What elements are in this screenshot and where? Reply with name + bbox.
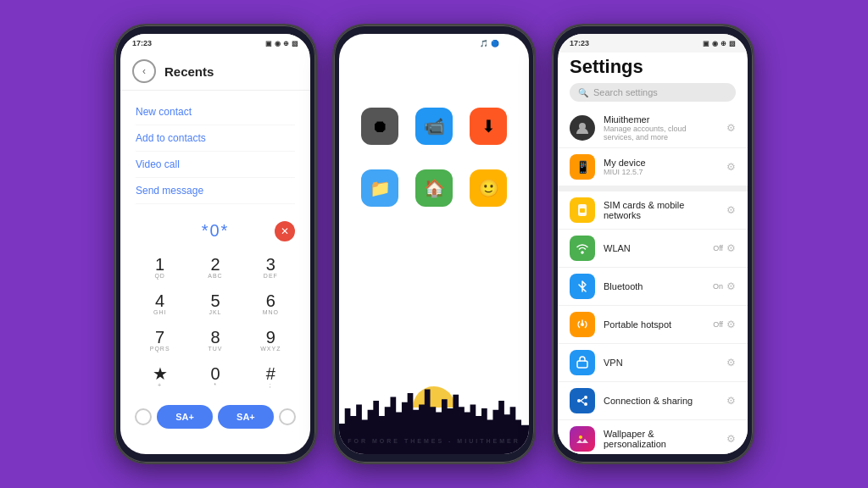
wlan-status: Off	[713, 244, 723, 252]
device-subtitle: MIUI 12.5.7	[604, 168, 718, 176]
status-icons-phone1: ▣◉⊕▧	[265, 40, 298, 47]
svg-point-6	[584, 396, 587, 399]
dial-key-7[interactable]: 7PQRS	[132, 322, 187, 358]
account-title: Miuithemer	[604, 114, 718, 125]
hotspot-right: Off ⚙	[713, 319, 736, 330]
dial-key-0[interactable]: 0*	[187, 358, 242, 395]
sim-title: SIM cards & mobile networks	[604, 200, 718, 220]
settings-list: Miuithemer Manage accounts, cloud servic…	[558, 108, 748, 454]
call-button-sa2[interactable]: SA+	[218, 405, 274, 429]
status-bar-phone3: 17:23 ▣◉⊕▧	[558, 34, 748, 53]
wlan-title: WLAN	[604, 243, 704, 253]
gear-icon-sim: ⚙	[726, 204, 736, 216]
wallpaper-content: Wallpaper & personalization	[604, 429, 718, 449]
settings-search-bar[interactable]: 🔍 Search settings	[570, 83, 736, 102]
dial-key-star[interactable]: ★+	[132, 358, 187, 395]
back-button[interactable]: ‹	[132, 59, 156, 83]
vpn-content: VPN	[604, 358, 718, 368]
dial-key-1[interactable]: 1QD	[132, 249, 187, 286]
dial-number: *0*	[202, 221, 230, 241]
hotspot-title: Portable hotspot	[604, 319, 704, 330]
gear-icon-connection: ⚙	[726, 395, 736, 407]
settings-item-wallpaper[interactable]: Wallpaper & personalization ⚙	[558, 420, 748, 454]
app-icon-file-manager: 📁	[361, 169, 398, 207]
app-screen-recorder[interactable]: 📹 Screen Recorder	[410, 108, 458, 163]
connection-content: Connection & sharing	[604, 396, 718, 406]
gear-icon-vpn: ⚙	[726, 357, 736, 369]
menu-add-contacts[interactable]: Add to contacts	[136, 125, 295, 152]
dialer-bottom-bar: SA+ SA+	[120, 398, 310, 435]
dial-key-hash[interactable]: #;	[243, 358, 298, 395]
phone-home: 17:23 ▣🎵🔵⊕▧ Miuithemer ⏺ Recorder 📹 Scre…	[332, 24, 536, 464]
connection-icon	[570, 388, 595, 413]
account-icon	[570, 115, 595, 141]
nav-dot-right	[279, 408, 296, 425]
app-label-mi-home: Mi Home	[420, 209, 448, 217]
app-mi-home[interactable]: 🏠 Mi Home	[410, 169, 458, 217]
status-bar-phone2: 17:23 ▣🎵🔵⊕▧	[339, 34, 529, 53]
account-subtitle: Manage accounts, cloud services, and mor…	[604, 125, 718, 141]
dial-key-9[interactable]: 9WXYZ	[243, 322, 298, 358]
app-mi-community[interactable]: 🙂 Mi Community	[465, 169, 512, 217]
settings-item-connection[interactable]: Connection & sharing ⚙	[558, 382, 748, 420]
dial-key-6[interactable]: 6MNO	[243, 286, 298, 322]
app-label-downloads: Downloads	[471, 147, 505, 155]
wlan-right: Off ⚙	[713, 242, 736, 254]
app-file-manager[interactable]: 📁 File Manager	[356, 169, 403, 217]
delete-button[interactable]: ✕	[275, 221, 295, 241]
sim-content: SIM cards & mobile networks	[604, 200, 718, 220]
settings-item-sim[interactable]: SIM cards & mobile networks ⚙	[558, 191, 748, 230]
search-placeholder: Search settings	[593, 87, 658, 97]
call-button-sa1[interactable]: SA+	[157, 405, 213, 429]
device-title: My device	[604, 158, 718, 168]
settings-item-device[interactable]: 📱 My device MIUI 12.5.7 ⚙	[558, 148, 748, 186]
wlan-icon	[570, 236, 595, 261]
settings-item-vpn[interactable]: VPN ⚙	[558, 344, 748, 382]
dial-key-4[interactable]: 4GHI	[132, 286, 187, 322]
home-username: Miuithemer	[407, 78, 461, 108]
app-label-mi-community: Mi Community	[466, 209, 509, 217]
time-phone1: 17:23	[132, 39, 152, 47]
dial-key-8[interactable]: 8TUV	[187, 322, 242, 358]
dialer-header: ‹ Recents	[120, 53, 310, 91]
svg-point-7	[584, 402, 587, 406]
hotspot-content: Portable hotspot	[604, 319, 704, 330]
bluetooth-status: On	[713, 282, 723, 291]
account-right: ⚙	[726, 122, 736, 134]
menu-new-contact[interactable]: New contact	[136, 99, 295, 125]
watermark-phone1: FOR MORE THEMES - MIUITHEMER	[120, 438, 310, 444]
menu-video-call[interactable]: Video call	[136, 152, 295, 178]
status-icons-phone3: ▣◉⊕▧	[703, 40, 736, 47]
phone-settings: 17:23 ▣◉⊕▧ Settings 🔍 Search settings Mi…	[551, 24, 754, 464]
phone-dialer: 17:23 ▣◉⊕▧ ‹ Recents New contact Add to …	[114, 24, 317, 464]
settings-item-hotspot[interactable]: Portable hotspot Off ⚙	[558, 306, 748, 344]
time-phone3: 17:23	[570, 39, 589, 47]
wlan-content: WLAN	[604, 243, 704, 253]
settings-item-bluetooth[interactable]: Bluetooth On ⚙	[558, 268, 748, 306]
nav-dot-left	[135, 408, 152, 425]
account-content: Miuithemer Manage accounts, cloud servic…	[604, 114, 718, 141]
dial-key-5[interactable]: 5JKL	[187, 286, 242, 322]
app-icon-screen-recorder: 📹	[415, 108, 453, 145]
vpn-title: VPN	[604, 358, 718, 368]
dial-key-2[interactable]: 2ABC	[187, 249, 242, 286]
hotspot-status: Off	[713, 320, 723, 329]
gear-icon-device: ⚙	[726, 161, 736, 173]
app-icon-downloads: ⬇	[470, 108, 507, 145]
connection-title: Connection & sharing	[604, 396, 718, 406]
app-downloads[interactable]: ⬇ Downloads	[465, 108, 512, 163]
app-icon-mi-home: 🏠	[415, 169, 453, 207]
status-bar-phone1: 17:23 ▣◉⊕▧	[120, 34, 310, 53]
settings-item-account[interactable]: Miuithemer Manage accounts, cloud servic…	[558, 108, 748, 148]
phones-container: 17:23 ▣◉⊕▧ ‹ Recents New contact Add to …	[105, 15, 763, 473]
menu-send-message[interactable]: Send message	[136, 178, 295, 204]
status-icons-phone2: ▣🎵🔵⊕▧	[470, 40, 517, 47]
app-recorder[interactable]: ⏺ Recorder	[356, 108, 403, 163]
dial-key-3[interactable]: 3DEF	[243, 249, 298, 286]
svg-point-8	[579, 435, 582, 439]
gear-icon-wallpaper: ⚙	[726, 433, 736, 445]
search-icon: 🔍	[578, 88, 588, 97]
bluetooth-right: On ⚙	[713, 280, 736, 292]
settings-item-wlan[interactable]: WLAN Off ⚙	[558, 230, 748, 268]
vpn-right: ⚙	[726, 357, 736, 369]
